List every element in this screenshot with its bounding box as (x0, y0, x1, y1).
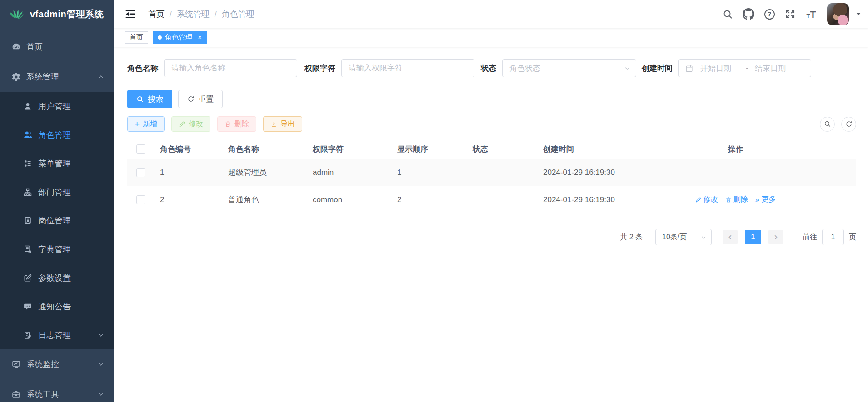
sidebar-item-monitor[interactable]: 系统监控 (0, 349, 114, 379)
range-separator: - (739, 64, 755, 73)
sidebar-item-label: 参数设置 (38, 273, 71, 283)
breadcrumb-system: 系统管理 (177, 9, 210, 20)
sidebar-item-label: 首页 (26, 41, 43, 52)
col-role-name: 角色名称 (223, 144, 307, 154)
sidebar-item-users[interactable]: 用户管理 (0, 92, 114, 120)
dictionary-icon (23, 244, 33, 254)
col-role-id: 角色编号 (155, 144, 223, 154)
chevron-down-icon (97, 391, 105, 398)
status-select-placeholder: 角色状态 (509, 63, 540, 74)
cell-perm-key: common (307, 195, 392, 204)
next-page-button[interactable]: › (768, 230, 783, 244)
app-root: vfadmin管理系统 首页 (0, 0, 868, 402)
goto-page-input[interactable] (822, 229, 844, 245)
reset-button[interactable]: 重置 (178, 90, 223, 108)
cell-actions: 修改 删除 » 更多 (656, 195, 856, 204)
tag-close-icon[interactable]: × (196, 34, 204, 41)
avatar[interactable] (827, 3, 849, 25)
sidebar-item-roles[interactable]: 角色管理 (0, 120, 114, 149)
tag-roles[interactable]: 角色管理 × (153, 31, 207, 44)
add-button[interactable]: + 新增 (127, 116, 165, 132)
search-button[interactable]: 搜索 (127, 90, 172, 108)
tag-home[interactable]: 首页 (125, 31, 148, 44)
sidebar-menu: 首页 系统管理 (0, 28, 114, 402)
sidebar-item-label: 字典管理 (38, 244, 71, 255)
row-delete-link[interactable]: 删除 (725, 195, 748, 204)
announcement-icon (23, 302, 33, 312)
active-dot (158, 35, 162, 40)
cell-role-id: 1 (155, 168, 223, 177)
breadcrumb-separator: / (215, 10, 217, 19)
github-icon[interactable] (740, 5, 757, 24)
sidebar-item-parameters[interactable]: 参数设置 (0, 263, 114, 292)
leaf-logo-icon (9, 9, 25, 20)
sidebar-collapse-icon[interactable] (125, 8, 137, 20)
sidebar-item-notices[interactable]: 通知公告 (0, 292, 114, 321)
goto-page: 前往 页 (803, 229, 856, 245)
sidebar-item-logs[interactable]: 日志管理 (0, 321, 114, 349)
col-sort: 显示顺序 (392, 144, 467, 154)
trash-icon (224, 121, 231, 128)
sidebar-item-label: 部门管理 (38, 187, 71, 198)
date-range-picker[interactable]: 开始日期 - 结束日期 (678, 59, 811, 77)
start-date-placeholder: 开始日期 (700, 63, 739, 74)
app-title: vfadmin管理系统 (30, 8, 104, 20)
sidebar: vfadmin管理系统 首页 (0, 0, 114, 402)
row-checkbox[interactable] (136, 195, 145, 204)
pagination: 共 2 条 10条/页 ‹ 1 › 前往 页 (127, 229, 856, 245)
sidebar-item-label: 系统管理 (26, 71, 59, 82)
table-toolbar: + 新增 修改 删除 (127, 116, 856, 132)
refresh-table-icon-button[interactable] (841, 117, 856, 132)
row-more-link[interactable]: » 更多 (755, 195, 776, 204)
prev-page-button[interactable]: ‹ (723, 230, 738, 244)
filter-form: 角色名称 权限字符 状态 角色状态 创建时间 开始日期 (127, 59, 856, 77)
col-perm-key: 权限字符 (307, 144, 392, 154)
select-all-checkbox[interactable] (136, 144, 145, 154)
page-size-select[interactable]: 10条/页 (655, 229, 712, 245)
status-select[interactable]: 角色状态 (502, 59, 636, 77)
fullscreen-icon[interactable] (782, 5, 799, 24)
row-edit-link[interactable]: 修改 (695, 195, 718, 204)
chevron-down-icon (700, 234, 707, 241)
sidebar-item-system[interactable]: 系统管理 (0, 62, 114, 92)
breadcrumb-home[interactable]: 首页 (148, 9, 165, 20)
sidebar-item-menus[interactable]: 菜单管理 (0, 149, 114, 178)
sidebar-item-label: 日志管理 (38, 330, 71, 341)
org-chart-icon (23, 187, 33, 197)
goto-label: 前往 (803, 233, 817, 242)
log-icon (23, 330, 33, 340)
chevron-up-icon (97, 73, 105, 80)
cell-role-name: 超级管理员 (223, 167, 307, 178)
chevron-down-icon (97, 361, 105, 368)
sidebar-item-dictionary[interactable]: 字典管理 (0, 235, 114, 263)
perm-key-input[interactable] (341, 59, 474, 77)
menu-tree-icon (23, 159, 33, 169)
search-actions: 搜索 重置 (127, 90, 856, 108)
sidebar-item-label: 岗位管理 (38, 215, 71, 226)
cell-role-id: 2 (155, 195, 223, 204)
double-chevron-icon: » (755, 196, 759, 203)
logo[interactable]: vfadmin管理系统 (0, 0, 114, 28)
sidebar-item-tools[interactable]: 系统工具 (0, 379, 114, 402)
tags-bar: 首页 角色管理 × (114, 28, 868, 47)
sidebar-item-departments[interactable]: 部门管理 (0, 178, 114, 206)
sidebar-item-home[interactable]: 首页 (0, 32, 114, 62)
show-search-icon-button[interactable] (820, 117, 835, 132)
gear-icon (11, 72, 21, 82)
sidebar-item-posts[interactable]: 岗位管理 (0, 206, 114, 235)
page-number-1[interactable]: 1 (745, 230, 761, 244)
edit-button[interactable]: 修改 (171, 116, 210, 132)
navbar-actions: ? TT (719, 3, 861, 25)
role-name-input[interactable] (164, 59, 297, 77)
font-size-icon[interactable]: TT (803, 5, 820, 24)
delete-button[interactable]: 删除 (217, 116, 256, 132)
caret-down-icon[interactable] (856, 13, 861, 15)
col-status: 状态 (467, 144, 538, 154)
export-button[interactable]: 导出 (263, 116, 302, 132)
role-users-icon (23, 130, 33, 140)
header-search-icon[interactable] (719, 5, 736, 24)
row-checkbox[interactable] (136, 168, 145, 177)
help-icon[interactable]: ? (761, 5, 778, 24)
system-submenu: 用户管理 角色管理 (0, 92, 114, 349)
dashboard-icon (11, 42, 21, 52)
